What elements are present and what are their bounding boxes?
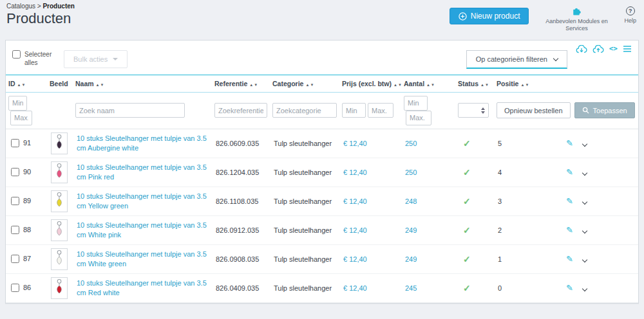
edit-icon[interactable]: ✎ (566, 254, 573, 264)
apply-filter-button[interactable]: Toepassen (574, 102, 635, 118)
product-name-link[interactable]: 10 stuks Sleutelhanger met tulpje van 3.… (77, 278, 208, 298)
edit-icon[interactable]: ✎ (566, 196, 573, 206)
sort-icons[interactable]: ▲▼ (96, 83, 105, 87)
row-dropdown-toggle[interactable] (583, 169, 587, 176)
product-category: Tulp sleutelhanger (270, 129, 339, 158)
product-name-link[interactable]: 10 stuks Sleutelhanger met tulpje van 3.… (77, 250, 208, 269)
row-dropdown-toggle[interactable] (583, 226, 587, 234)
select-all[interactable]: Selecteer alles (12, 50, 52, 67)
export-cloud-download-icon[interactable] (576, 45, 587, 53)
column-header-actions (548, 75, 638, 92)
column-header-position[interactable]: Positie▲▼ (494, 75, 548, 92)
bulk-actions-button[interactable]: Bulk acties (64, 50, 128, 68)
price-max-input[interactable] (368, 103, 393, 118)
product-id: 86 (23, 284, 31, 291)
status-cell: ✓ (455, 129, 494, 158)
product-quantity[interactable]: 250 (401, 158, 455, 187)
row-dropdown-toggle[interactable] (583, 284, 587, 292)
sort-icons[interactable]: ▲▼ (249, 83, 258, 87)
product-position: 0 (494, 273, 548, 302)
edit-icon[interactable]: ✎ (566, 283, 573, 293)
price-min-input[interactable] (342, 103, 366, 118)
help-link[interactable]: ? Help (624, 6, 636, 24)
list-view-icon[interactable] (623, 45, 632, 53)
status-check-icon[interactable]: ✓ (459, 225, 471, 235)
new-product-button[interactable]: Nieuw product (450, 8, 529, 24)
id-min-input[interactable] (8, 96, 27, 111)
sort-icons[interactable]: ▲▼ (393, 83, 401, 87)
name-search-input[interactable] (75, 103, 185, 118)
reorder-button[interactable]: Opnieuw bestellen (497, 102, 571, 118)
product-quantity[interactable]: 249 (401, 215, 455, 244)
row-checkbox[interactable] (11, 139, 19, 147)
column-header-quantity[interactable]: Aantal▲▼ (401, 75, 455, 92)
row-checkbox[interactable] (11, 284, 19, 292)
product-name-link[interactable]: 10 stuks Sleutelhanger met tulpje van 3.… (77, 163, 208, 182)
column-header-name[interactable]: Naam▲▼ (73, 75, 212, 92)
reference-search-input[interactable] (214, 103, 267, 118)
filter-price (339, 92, 401, 129)
product-price[interactable]: € 12,40 (339, 129, 401, 158)
sort-icons[interactable]: ▲▼ (520, 83, 529, 87)
row-checkbox[interactable] (11, 197, 19, 205)
product-quantity[interactable]: 250 (401, 129, 455, 158)
row-checkbox[interactable] (11, 255, 19, 263)
status-check-icon[interactable]: ✓ (459, 254, 471, 264)
product-thumbnail[interactable] (51, 132, 68, 154)
row-checkbox[interactable] (11, 168, 19, 176)
product-price[interactable]: € 12,40 (339, 273, 401, 302)
sort-icons[interactable]: ▲▼ (17, 83, 26, 87)
plus-circle-icon (459, 12, 467, 21)
quantity-max-input[interactable] (406, 111, 431, 125)
product-category: Tulp sleutelhanger (270, 215, 339, 244)
edit-icon[interactable]: ✎ (566, 138, 573, 148)
product-price[interactable]: € 12,40 (339, 158, 401, 187)
code-icon[interactable]: <> (609, 45, 618, 53)
column-header-id[interactable]: ID▲▼ (6, 75, 47, 92)
product-name-link[interactable]: 10 stuks Sleutelhanger met tulpje van 3.… (77, 134, 208, 153)
status-check-icon[interactable]: ✓ (459, 196, 471, 206)
status-check-icon[interactable]: ✓ (459, 167, 471, 178)
product-id: 91 (23, 139, 31, 147)
category-filter-button[interactable]: Op categorieën filteren (466, 50, 567, 69)
column-header-reference[interactable]: Referentie▲▼ (212, 75, 270, 92)
product-price[interactable]: € 12,40 (339, 187, 401, 215)
id-max-input[interactable] (10, 111, 32, 125)
import-cloud-upload-icon[interactable] (592, 45, 604, 53)
row-dropdown-toggle[interactable] (583, 197, 587, 205)
column-header-status[interactable]: Status▲▼ (455, 75, 494, 92)
product-position: 5 (494, 129, 548, 158)
product-quantity[interactable]: 248 (401, 187, 455, 215)
breadcrumb-parent[interactable]: Catalogus (6, 3, 35, 10)
product-thumbnail[interactable] (51, 190, 68, 212)
category-search-input[interactable] (272, 103, 337, 118)
product-price[interactable]: € 12,40 (339, 215, 401, 244)
product-thumbnail[interactable] (51, 248, 68, 270)
select-all-checkbox[interactable] (12, 50, 21, 59)
product-quantity[interactable]: 245 (401, 273, 455, 302)
column-header-price[interactable]: Prijs (excl. btw)▲▼ (339, 75, 401, 92)
recommended-modules-link[interactable]: Aanbevolen Modules en Services (540, 6, 612, 32)
product-thumbnail[interactable] (51, 277, 68, 299)
edit-icon[interactable]: ✎ (566, 167, 573, 177)
product-name-link[interactable]: 10 stuks Sleutelhanger met tulpje van 3.… (77, 221, 208, 240)
row-dropdown-toggle[interactable] (583, 140, 587, 147)
row-checkbox[interactable] (11, 226, 19, 234)
status-select[interactable] (458, 103, 489, 118)
sort-icons[interactable]: ▲▼ (480, 83, 489, 87)
column-header-category[interactable]: Categorie▲▼ (270, 75, 339, 92)
product-quantity[interactable]: 249 (401, 244, 455, 273)
edit-icon[interactable]: ✎ (566, 225, 573, 235)
chevron-down-icon (582, 286, 587, 291)
row-dropdown-toggle[interactable] (583, 255, 587, 263)
product-thumbnail[interactable] (51, 219, 68, 241)
quantity-min-input[interactable] (404, 96, 428, 111)
sort-icons[interactable]: ▲▼ (426, 83, 435, 87)
tulip-head (57, 257, 62, 264)
product-price[interactable]: € 12,40 (339, 244, 401, 273)
product-name-link[interactable]: 10 stuks Sleutelhanger met tulpje van 3.… (77, 192, 208, 211)
status-check-icon[interactable]: ✓ (459, 283, 471, 293)
product-thumbnail[interactable] (51, 161, 68, 183)
sort-icons[interactable]: ▲▼ (305, 83, 314, 87)
status-check-icon[interactable]: ✓ (459, 138, 471, 149)
